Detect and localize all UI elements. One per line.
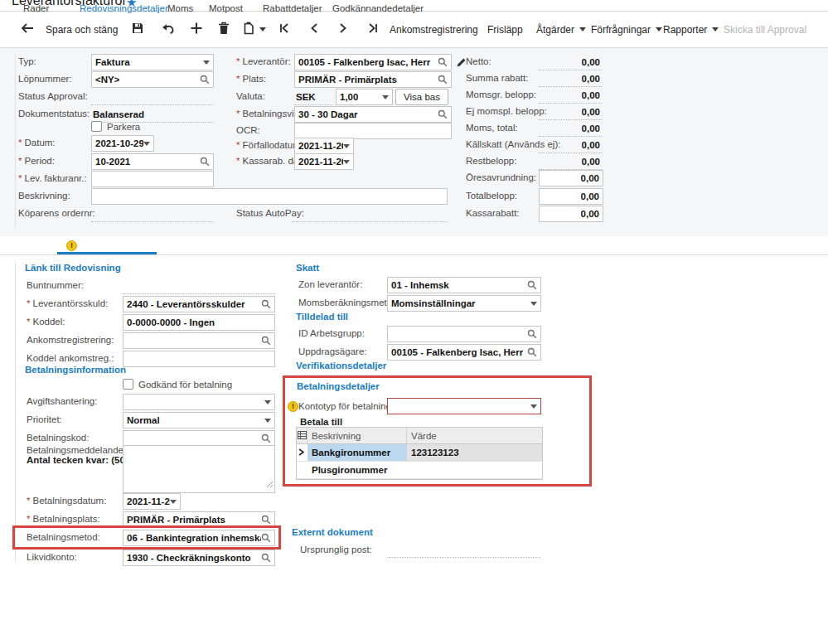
forfallodatum-select[interactable]: 2021-11-26 (294, 138, 354, 154)
datum-label: Datum: (18, 138, 56, 148)
row-selector[interactable] (297, 444, 307, 462)
tab-rader[interactable]: Rader (23, 3, 49, 13)
betalningsdatum-value: 2021-11-26 (127, 496, 170, 506)
forfragningar-menu[interactable]: Förfrågningar (591, 12, 662, 47)
cell-varde[interactable]: 123123123 (407, 444, 542, 462)
column-header-varde[interactable]: Värde (407, 428, 542, 444)
summa-rabatt-value: 0,00 (539, 70, 602, 87)
totalbelopp-input[interactable]: 0,00 (539, 188, 603, 205)
leverantor-label: Leverantör: (236, 56, 291, 66)
search-icon[interactable] (527, 280, 537, 290)
nav-last-button[interactable] (367, 12, 379, 47)
section-verifikationsdetaljer: Verifikationsdetaljer (296, 361, 386, 370)
avgiftshantering-select[interactable] (123, 394, 275, 410)
tab-motpost[interactable]: Motpost (209, 3, 243, 13)
rapporter-menu[interactable]: Rapporter (663, 12, 719, 47)
betalningsmetod-lookup[interactable]: 06 - Bankintegration inhemska betalninga (123, 530, 275, 546)
back-button[interactable] (20, 12, 35, 47)
forfallodatum-label: Förfallodatum: (236, 140, 303, 150)
restbelopp-value: 0,00 (539, 153, 602, 170)
leverantorsskuld-lookup[interactable]: 2440 - Leverantörsskulder (123, 296, 275, 312)
nav-prev-button[interactable] (309, 12, 319, 47)
add-button[interactable] (190, 12, 203, 47)
uppdragsagare-value: 00105 - Falkenberg Isac, Herr (391, 347, 523, 357)
plus-icon (190, 22, 203, 37)
cell-varde[interactable] (407, 462, 542, 479)
parkera-checkbox[interactable] (91, 121, 102, 132)
kontotyp-select[interactable] (387, 398, 541, 414)
prioritet-select[interactable]: Normal (123, 412, 275, 429)
koddel-ankomstreg-input[interactable] (123, 351, 275, 367)
period-lookup[interactable]: 10-2021 (91, 153, 214, 170)
tab-godkannandedetaljer[interactable]: Godkännandedetaljer (332, 3, 424, 13)
zon-leverantor-lookup[interactable]: 01 - Inhemsk (387, 277, 541, 293)
leverantorsskuld-label: Leverantörsskuld: (27, 298, 108, 308)
godkand-for-betalning-checkbox[interactable] (123, 379, 133, 390)
save-and-close-button[interactable]: Spara och stäng (46, 12, 118, 47)
lev-fakturanr-input[interactable] (91, 171, 214, 187)
tab-rabattdetaljer[interactable]: Rabattdetaljer (263, 3, 322, 13)
resize-handle-icon[interactable] (266, 477, 274, 491)
plats-lookup[interactable]: PRIMÄR - Primärplats (294, 71, 452, 88)
betalningsplats-lookup[interactable]: PRIMÄR - Primärplats (123, 511, 275, 528)
typ-select[interactable]: Faktura (91, 54, 214, 70)
ocr-input[interactable] (294, 123, 452, 139)
beskrivning-input[interactable] (91, 188, 448, 205)
visa-bas-button[interactable]: Visa bas (395, 89, 448, 105)
search-icon[interactable] (200, 157, 210, 167)
search-icon[interactable] (527, 347, 537, 357)
leverantor-lookup[interactable]: 00105 - Falkenberg Isac, Herr (294, 54, 452, 70)
search-icon[interactable] (261, 336, 271, 346)
betalningskod-lookup[interactable] (123, 430, 275, 447)
search-icon[interactable] (261, 433, 271, 443)
momsberakningsmetod-select[interactable]: Momsinställningar (387, 295, 541, 312)
koddel-label: Koddel: (27, 317, 65, 327)
save-button[interactable] (131, 12, 144, 47)
lopnummer-lookup[interactable]: <NY> (91, 71, 214, 88)
ej-momspl-belopp-label: Ej momspl. belopp: (466, 106, 547, 116)
undo-button[interactable] (160, 12, 175, 47)
id-arbetsgrupp-lookup[interactable] (387, 326, 541, 342)
kassarab-datum-select[interactable]: 2021-11-26 (294, 153, 354, 170)
atgarder-menu[interactable]: Åtgärder (536, 12, 586, 47)
search-icon[interactable] (527, 329, 537, 339)
search-icon[interactable] (261, 553, 271, 563)
nav-first-button[interactable] (278, 12, 290, 47)
ankomstregistrering-lookup[interactable] (123, 332, 275, 349)
valuta-rate-select[interactable]: 1,00 (336, 89, 393, 105)
nav-next-button[interactable] (338, 12, 348, 47)
search-icon[interactable] (200, 75, 210, 85)
uppdragsagare-lookup[interactable]: 00105 - Falkenberg Isac, Herr (387, 344, 541, 361)
antal-tecken-kvar-label: Antal tecken kvar: (50) (27, 455, 128, 465)
grid-settings-cell[interactable] (297, 428, 307, 444)
cell-beskrivning[interactable]: Plusgironummer (307, 462, 407, 479)
buntnummer-label: Buntnummer: (27, 280, 84, 290)
search-icon[interactable] (261, 533, 271, 543)
likvidkonto-lookup[interactable]: 1930 - Checkräkningskonto (123, 550, 275, 566)
search-icon[interactable] (438, 75, 448, 85)
kassarabatt-input[interactable]: 0,00 (539, 206, 603, 222)
ankomstregistrering-button[interactable]: Ankomstregistrering (390, 12, 478, 47)
frislapp-button[interactable]: Frisläpp (487, 12, 523, 47)
column-header-beskrivning[interactable]: Beskrivning (307, 428, 407, 444)
search-icon[interactable] (438, 109, 448, 119)
betalningsmeddelande-textarea[interactable] (123, 445, 275, 493)
koddel-ankomstreg-label: Koddel ankomstreg.: (27, 353, 114, 363)
koddel-input[interactable]: 0-0000-0000 - Ingen (123, 314, 275, 331)
chevron-down-icon (143, 142, 150, 146)
row-selector[interactable] (297, 462, 307, 479)
betalningsdatum-select[interactable]: 2021-11-26 (123, 493, 181, 510)
valuta-currency: SEK (294, 89, 332, 105)
search-icon[interactable] (261, 299, 271, 309)
tab-redovisningsdetaljer[interactable]: Redovisningsdetaljer (80, 3, 168, 13)
oresavrundning-input[interactable]: 0,00 (539, 170, 603, 186)
betalningsvillkor-lookup[interactable]: 30 - 30 Dagar (294, 106, 452, 123)
clipboard-menu-button[interactable] (243, 12, 266, 47)
tab-moms[interactable]: Moms (167, 3, 193, 13)
search-icon[interactable] (438, 57, 448, 67)
cell-beskrivning[interactable]: Bankgironummer (307, 444, 407, 462)
betalningsmetod-label: Betalningsmetod: (27, 532, 100, 542)
datum-select[interactable]: 2021-10-29 (91, 135, 154, 152)
delete-button[interactable] (218, 12, 230, 47)
search-icon[interactable] (261, 515, 271, 525)
